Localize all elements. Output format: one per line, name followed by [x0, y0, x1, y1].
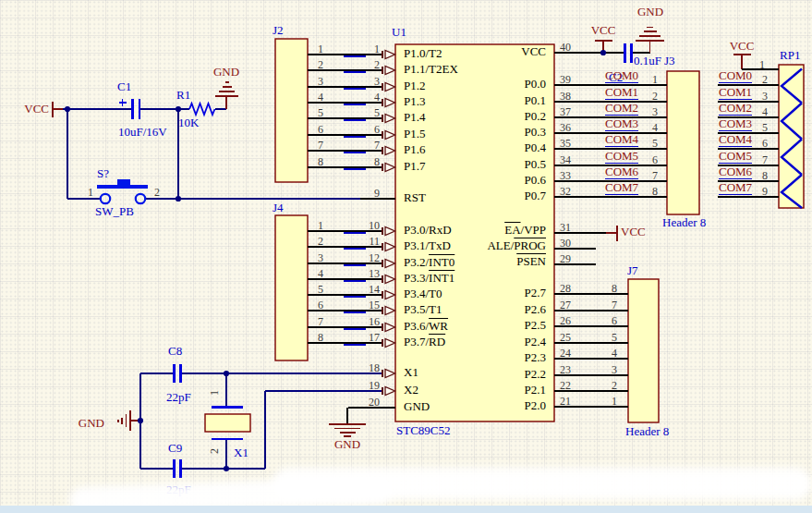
j3-pin-number: 6: [652, 153, 658, 166]
gnd-port-label-pin20: GND: [334, 438, 360, 451]
j7-body: [628, 279, 659, 422]
switch-pin2-number: 2: [154, 186, 160, 199]
net-label-com: COM4: [719, 133, 752, 147]
u1-pin-name: P1.0/T2: [404, 47, 442, 60]
u1-pin-name: P2.6: [525, 303, 546, 316]
j7-pin-number: 3: [612, 363, 617, 376]
u1-pin-name: P3.2/INT0: [404, 256, 454, 269]
u1-pin-name: P0.2: [525, 110, 546, 123]
u1-pin-name: P2.1: [525, 384, 546, 397]
u1-pin-name: P0.3: [525, 126, 546, 139]
u1-pin-name: P2.0: [525, 399, 546, 412]
u1-pin-number: 12: [369, 251, 380, 264]
pin-io-arrow-icon: [385, 147, 395, 155]
u1-pin-name: P3.0/RxD: [404, 224, 452, 237]
pin-io-arrow-icon: [385, 115, 395, 123]
pin-io-arrow-icon: [385, 164, 395, 172]
u1-pin-name: P2.3: [525, 351, 546, 364]
u1-part-number: STC89C52: [396, 424, 451, 437]
pin-io-arrow-icon: [385, 243, 395, 251]
rp1-pin-number: 4: [762, 105, 768, 118]
j2-pin-number: 6: [318, 123, 323, 136]
vcc-port-label-reset: VCC: [24, 103, 49, 116]
u1-pin-number: 10: [369, 219, 380, 232]
u1-pin-number: 3: [374, 75, 380, 88]
j2-pin-number: 7: [318, 139, 323, 152]
u1-pin-name: P1.6: [404, 143, 425, 156]
switch-pin1-number: 1: [88, 186, 93, 199]
u1-pin-number: 38: [560, 90, 571, 103]
u1-pin-name: P3.3/INT1: [404, 272, 454, 285]
u1-pin-number: 17: [369, 331, 380, 344]
u1-pin-number: 25: [560, 331, 571, 344]
u1-pin-name: EA/VPP: [504, 224, 546, 237]
j3-pin-number: 3: [652, 105, 658, 118]
u1-pin-name: P1.2: [404, 79, 425, 92]
u1-designator: U1: [392, 26, 406, 39]
j7-part: Header 8: [625, 425, 669, 438]
j3-pin-number: 1: [652, 73, 658, 86]
u1-pin-number: 39: [560, 73, 571, 86]
net-label-com: COM1: [719, 86, 752, 100]
u1-pin-number: 15: [369, 299, 380, 311]
j3-pin-number: 5: [652, 137, 658, 150]
u1-pin-name: P1.5: [404, 128, 425, 140]
j2-designator: J2: [273, 24, 284, 37]
net-label-com: COM6: [605, 165, 638, 179]
j7-pin-number: 8: [612, 282, 617, 295]
net-label-com: COM5: [605, 150, 638, 164]
j2-pin-number: 1: [318, 43, 323, 55]
j4-pin-number: 3: [318, 251, 323, 264]
net-label-com: COM6: [719, 165, 752, 179]
u1-pin-name: P3.7/RD: [404, 336, 445, 348]
pin-io-arrow-icon: [385, 387, 395, 396]
c1-designator: C1: [117, 80, 131, 93]
crystal-pin1-number: 1: [208, 390, 221, 396]
pin-io-arrow-icon: [385, 370, 395, 378]
net-label-com: COM4: [605, 133, 638, 147]
schematic-sheet: VCC GND C1 10uF/16V R1 10K S? SW_PB 1 2 …: [0, 0, 812, 513]
u1-pin-name: P3.5/T1: [404, 303, 442, 316]
u1-pin-name: P3.6/WR: [404, 320, 448, 333]
junction-dot: [176, 106, 181, 112]
crystal-pin2-number: 2: [208, 448, 221, 454]
junction-dot: [65, 106, 70, 112]
u1-pin-number: 40: [560, 41, 571, 54]
j4-pin-number: 6: [318, 299, 323, 311]
u1-pin-number: 36: [560, 121, 571, 134]
j2-body: [275, 39, 308, 182]
u1-pin-name: PSEN: [516, 255, 546, 268]
u1-pin-name: GND: [404, 400, 430, 413]
net-label-com: COM1: [605, 86, 638, 100]
pin-io-arrow-icon: [385, 51, 395, 59]
gnd-port-label-cap: GND: [637, 6, 663, 18]
pin-io-arrow-icon: [385, 324, 395, 332]
net-label-com: COM2: [605, 102, 638, 116]
u1-pin-number: 7: [374, 139, 380, 152]
u1-pin-name: P0.4: [525, 141, 546, 154]
u1-pin-name: P1.4: [404, 111, 425, 124]
j2-pin-number: 2: [318, 58, 323, 71]
u1-pin-name: P3.4/T0: [404, 287, 442, 300]
u1-pin-name: P0.5: [525, 158, 546, 171]
u1-pin-name: P2.5: [525, 319, 546, 332]
j7-pin-number: 6: [612, 314, 617, 327]
j7-pin-number: 1: [612, 395, 617, 408]
pin-io-arrow-icon: [385, 275, 395, 284]
junction-dot: [138, 418, 143, 423]
u1-pin-number: 26: [560, 314, 571, 327]
r1-value: 10K: [178, 116, 199, 129]
u1-pin-number: 21: [560, 395, 571, 408]
u1-pin-number: 5: [374, 106, 380, 119]
u1-pin-name: P2.7: [525, 287, 546, 299]
u1-pin-name: P2.4: [525, 336, 546, 348]
pin-io-arrow-icon: [385, 260, 395, 268]
pin-io-arrow-icon: [385, 339, 395, 348]
j4-pin-number: 5: [318, 283, 323, 296]
u1-pin-name: X1: [404, 366, 418, 379]
u1-pin-name: P0.0: [525, 78, 546, 91]
u1-pin-number: 6: [374, 123, 380, 136]
j2-pin-number: 5: [318, 106, 323, 119]
switch-part: SW_PB: [95, 205, 134, 218]
u1-pin-name: P0.1: [525, 94, 546, 107]
